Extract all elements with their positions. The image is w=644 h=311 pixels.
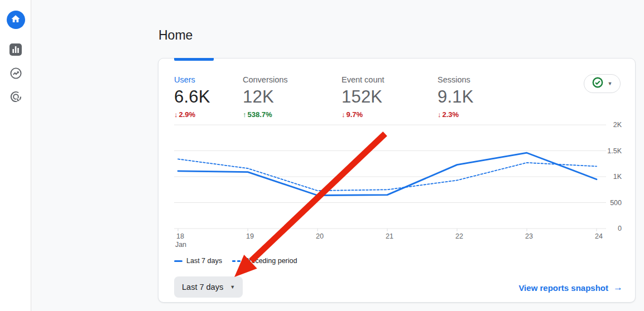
metric-card[interactable]: Sessions 9.1K ↓2.3% (438, 75, 474, 119)
metric-value: 6.6K (174, 87, 243, 107)
chevron-down-icon: ▼ (608, 81, 613, 86)
y-tick-label: 500 (610, 199, 622, 207)
x-tick-label: 20 (316, 232, 324, 240)
metric-delta: ↓2.3% (438, 110, 474, 119)
legend-item-preceding: Preceding period (232, 257, 297, 265)
delta-arrow-icon: ↓ (174, 110, 178, 119)
solid-line-swatch (174, 260, 182, 262)
metric-label: Users (174, 75, 243, 84)
metric-card[interactable]: Event count 152K ↓9.7% (342, 75, 438, 119)
legend-item-current: Last 7 days (174, 257, 222, 265)
delta-arrow-icon: ↑ (243, 110, 247, 119)
sidebar-item-advertising[interactable] (0, 90, 31, 105)
metric-card[interactable]: Conversions 12K ↑538.7% (243, 75, 342, 119)
series-line-dashed (178, 159, 597, 191)
x-tick-label: 24 (595, 232, 603, 240)
metric-value: 152K (342, 87, 438, 107)
date-range-dropdown[interactable]: Last 7 days ▼ (174, 276, 243, 298)
home-icon (11, 14, 21, 26)
page-title: Home (158, 28, 193, 43)
legend-label: Last 7 days (186, 257, 222, 265)
metric-delta: ↓9.7% (342, 110, 438, 119)
sidebar-item-explore[interactable] (0, 67, 31, 82)
line-chart[interactable]: 2K1.5K1K500018Jan192021222324 (158, 120, 636, 254)
legend-label: Preceding period (244, 257, 297, 265)
x-tick-label: 19 (246, 232, 254, 240)
left-nav-sidebar (0, 0, 31, 311)
card-active-tab-indicator (174, 58, 214, 61)
x-tick-label: 23 (525, 232, 533, 240)
delta-arrow-icon: ↓ (438, 110, 441, 119)
y-tick-label: 1.5K (607, 147, 622, 155)
metric-delta: ↓2.9% (174, 110, 243, 119)
x-tick-label: 22 (455, 232, 463, 240)
data-quality-button[interactable]: ▼ (584, 74, 621, 93)
overview-card: Users 6.6K ↓2.9% Conversions 12K ↑538.7%… (158, 58, 636, 303)
bar-chart-icon (9, 43, 22, 58)
view-reports-snapshot-link[interactable]: View reports snapshot → (518, 282, 623, 293)
metric-label: Event count (342, 75, 438, 84)
check-circle-icon (592, 77, 603, 90)
dashed-line-swatch (232, 260, 241, 262)
metric-delta: ↑538.7% (243, 110, 342, 119)
sidebar-item-home[interactable] (0, 11, 31, 29)
metric-label: Sessions (438, 75, 474, 84)
right-arrow-icon: → (613, 282, 623, 293)
chart-legend: Last 7 days Preceding period (174, 257, 297, 265)
home-active-circle (7, 11, 25, 29)
explore-icon (9, 67, 22, 82)
x-tick-label: 21 (386, 232, 393, 240)
x-axis-month-label: Jan (175, 241, 186, 249)
y-tick-label: 0 (618, 225, 622, 232)
metric-value: 12K (243, 87, 342, 107)
advertising-icon (9, 90, 22, 105)
delta-arrow-icon: ↓ (342, 110, 345, 119)
metrics-row: Users 6.6K ↓2.9% Conversions 12K ↑538.7%… (174, 75, 474, 119)
y-tick-label: 1K (613, 173, 622, 181)
x-tick-label: 18 (176, 232, 184, 240)
metric-value: 9.1K (438, 87, 474, 107)
metric-label: Conversions (243, 75, 342, 84)
sidebar-item-reports[interactable] (0, 43, 31, 58)
metric-card[interactable]: Users 6.6K ↓2.9% (174, 75, 243, 119)
series-line-solid (178, 153, 597, 195)
ga-home-page: Home Users 6.6K ↓2.9% Conversions 12K ↑5… (0, 0, 644, 311)
y-tick-label: 2K (613, 121, 622, 129)
date-range-label: Last 7 days (182, 283, 223, 291)
chevron-down-icon: ▼ (230, 284, 235, 290)
